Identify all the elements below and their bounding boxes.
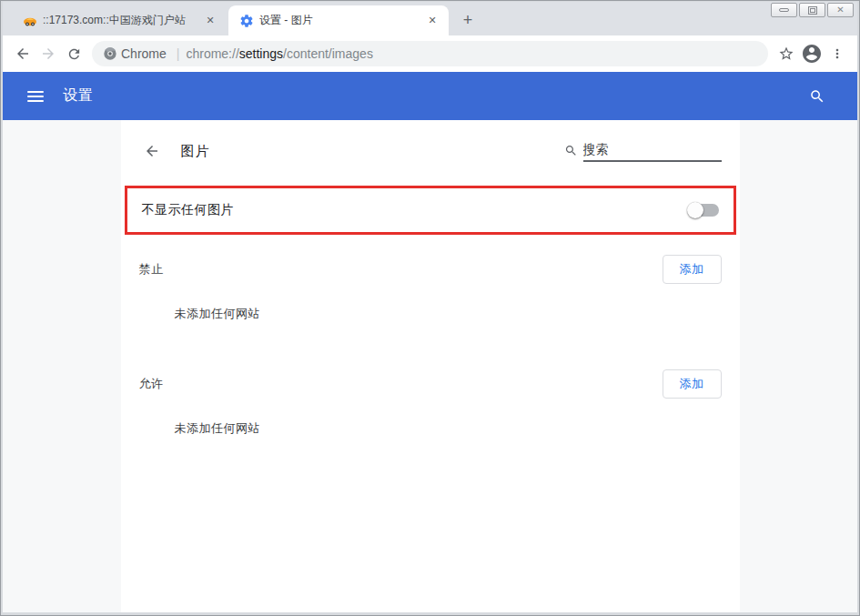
back-button[interactable] <box>10 41 35 66</box>
chrome-logo-icon <box>103 46 117 61</box>
tab-close-icon[interactable]: ✕ <box>425 14 440 28</box>
new-tab-button[interactable]: + <box>456 8 480 32</box>
close-window-button[interactable]: ✕ <box>827 3 854 17</box>
section-divider-space <box>121 326 740 349</box>
section-label: 禁止 <box>139 261 164 278</box>
tab-settings-images[interactable]: 设置 - 图片 ✕ <box>228 5 449 35</box>
toggle-label: 不显示任何图片 <box>142 202 235 218</box>
page-title: 图片 <box>181 143 210 160</box>
empty-list-text: 未添加任何网站 <box>139 284 722 326</box>
navigation-bar: Chrome | chrome://settings/content/image… <box>3 35 857 72</box>
section-label: 允许 <box>139 376 164 392</box>
url-text: chrome://settings/content/images <box>186 46 372 61</box>
minimize-button[interactable] <box>771 3 797 17</box>
site-favicon-icon <box>23 14 37 28</box>
gear-icon <box>239 14 254 28</box>
header-search-button[interactable] <box>799 78 835 115</box>
settings-main: 图片 不显示任何图片 禁止 <box>3 120 857 612</box>
url-scheme: chrome:// <box>186 46 238 61</box>
page-header: 图片 <box>121 122 740 173</box>
reload-icon <box>66 46 82 62</box>
avatar-icon <box>801 43 823 65</box>
tab-strip: ✕ ::17173.com::中国游戏门户站 ✕ 设置 - 图片 <box>3 2 857 35</box>
search-icon <box>809 88 825 105</box>
no-images-toggle-row[interactable]: 不显示任何图片 <box>127 188 734 232</box>
reload-button[interactable] <box>61 41 86 66</box>
window-controls: ✕ <box>771 3 854 17</box>
close-icon: ✕ <box>836 5 844 15</box>
url-path: /content/images <box>283 46 373 61</box>
back-arrow-icon <box>15 45 31 62</box>
tab-title: ::17173.com::中国游戏门户站 <box>43 13 197 28</box>
bookmark-button[interactable] <box>774 41 799 66</box>
minimize-icon <box>779 8 789 12</box>
settings-card: 图片 不显示任何图片 禁止 <box>121 120 740 612</box>
allow-section: 允许 添加 未添加任何网站 <box>121 369 740 440</box>
highlight-annotation: 不显示任何图片 <box>125 186 736 235</box>
url-separator: | <box>177 46 180 61</box>
hamburger-menu-button[interactable] <box>17 78 54 115</box>
settings-header: 设置 <box>3 72 857 120</box>
page-back-button[interactable] <box>139 138 165 164</box>
brand-label: Chrome <box>121 46 167 61</box>
maximize-icon <box>808 6 817 15</box>
profile-button[interactable] <box>799 41 825 66</box>
search-input[interactable] <box>583 140 722 160</box>
allow-add-button[interactable]: 添加 <box>663 369 722 399</box>
tab-title: 设置 - 图片 <box>259 13 420 28</box>
empty-list-text: 未添加任何网站 <box>139 399 722 440</box>
star-icon <box>778 45 794 62</box>
menu-button[interactable] <box>825 41 850 66</box>
address-bar[interactable]: Chrome | chrome://settings/content/image… <box>92 41 768 66</box>
search-icon <box>564 144 578 157</box>
no-images-toggle[interactable] <box>688 204 719 217</box>
settings-title: 设置 <box>63 86 94 106</box>
back-arrow-icon <box>144 143 160 159</box>
forward-button[interactable] <box>35 41 61 66</box>
tab-close-icon[interactable]: ✕ <box>203 14 218 28</box>
forward-arrow-icon <box>40 45 56 62</box>
page-search <box>564 140 722 162</box>
toggle-knob <box>687 202 703 218</box>
url-host: settings <box>239 46 283 61</box>
kebab-menu-icon <box>830 46 845 61</box>
maximize-button[interactable] <box>799 3 825 17</box>
browser-window: ✕ ::17173.com::中国游戏门户站 ✕ 设置 - 图片 <box>0 0 860 616</box>
hamburger-icon <box>27 91 44 93</box>
tab-17173[interactable]: ::17173.com::中国游戏门户站 ✕ <box>12 5 227 35</box>
block-section: 禁止 添加 未添加任何网站 <box>121 255 740 326</box>
block-add-button[interactable]: 添加 <box>663 255 722 284</box>
